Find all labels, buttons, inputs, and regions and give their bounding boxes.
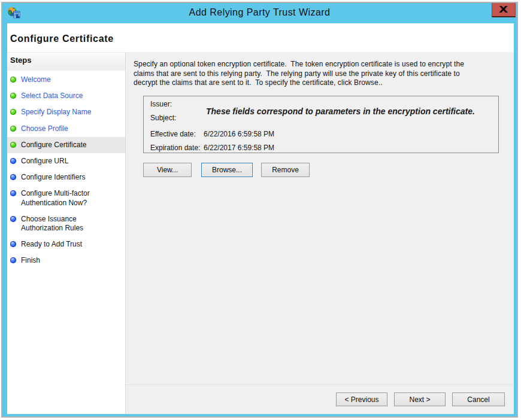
window-title: Add Relying Party Trust Wizard bbox=[2, 7, 517, 18]
step-choose-profile[interactable]: Choose Profile bbox=[7, 121, 125, 137]
step-welcome[interactable]: Welcome bbox=[7, 72, 125, 88]
step-pending-icon bbox=[10, 216, 16, 222]
annotation-text: These fields correspond to parameters in… bbox=[206, 106, 481, 116]
title-bar[interactable]: Add Relying Party Trust Wizard x bbox=[2, 3, 517, 23]
browse-button[interactable]: Browse... bbox=[201, 163, 253, 177]
step-pending-icon bbox=[10, 241, 16, 247]
page-header: Configure Certificate bbox=[7, 23, 514, 52]
footer-buttons: < Previous Next > Cancel bbox=[336, 392, 505, 406]
remove-button[interactable]: Remove bbox=[261, 163, 310, 177]
cert-field-expiration-date: Expiration date: 6/22/2017 6:59:58 PM bbox=[150, 144, 200, 152]
cert-field-subject: Subject: bbox=[150, 114, 176, 122]
close-icon: x bbox=[499, 3, 508, 14]
step-content: Specify an optional token encryption cer… bbox=[125, 52, 514, 414]
screenshot-root: Add Relying Party Trust Wizard x Configu… bbox=[0, 0, 521, 420]
close-button[interactable]: x bbox=[492, 3, 516, 17]
step-configure-certificate[interactable]: Configure Certificate bbox=[7, 137, 125, 153]
step-finish[interactable]: Finish bbox=[7, 252, 125, 269]
step-completed-icon bbox=[10, 77, 16, 83]
footer-divider bbox=[126, 385, 514, 386]
view-button[interactable]: View... bbox=[143, 163, 192, 177]
intro-text: Specify an optional token encryption cer… bbox=[134, 60, 464, 88]
previous-button[interactable]: < Previous bbox=[336, 392, 387, 406]
step-completed-icon bbox=[10, 126, 16, 132]
step-configure-multifactor[interactable]: Configure Multi-factor Authentication No… bbox=[7, 185, 125, 211]
step-completed-icon bbox=[10, 109, 16, 115]
step-configure-url[interactable]: Configure URL bbox=[7, 153, 125, 169]
step-ready-to-add-trust[interactable]: Ready to Add Trust bbox=[7, 236, 125, 252]
certificate-details-box: Issuer: Subject: Effective date: 6/22/20… bbox=[143, 96, 499, 153]
step-specify-display-name[interactable]: Specify Display Name bbox=[7, 104, 125, 120]
wizard-dialog: Add Relying Party Trust Wizard x Configu… bbox=[1, 2, 518, 418]
wizard-body: Steps Welcome Select Data Source Specify… bbox=[7, 52, 514, 414]
cert-field-issuer: Issuer: bbox=[150, 100, 172, 108]
cert-field-effective-date: Effective date: 6/22/2016 6:59:58 PM bbox=[150, 130, 196, 138]
cancel-button[interactable]: Cancel bbox=[452, 392, 505, 406]
step-pending-icon bbox=[10, 190, 16, 196]
step-pending-icon bbox=[10, 257, 16, 263]
step-pending-icon bbox=[10, 174, 16, 180]
step-configure-identifiers[interactable]: Configure Identifiers bbox=[7, 169, 125, 185]
steps-header: Steps bbox=[7, 52, 125, 71]
page-title: Configure Certificate bbox=[10, 34, 114, 44]
step-completed-icon bbox=[10, 93, 16, 99]
steps-sidebar: Steps Welcome Select Data Source Specify… bbox=[7, 52, 125, 414]
step-choose-issuance-rules[interactable]: Choose Issuance Authorization Rules bbox=[7, 211, 125, 236]
dialog-panel: Configure Certificate Steps Welcome Sele… bbox=[7, 23, 514, 414]
steps-title: Steps bbox=[10, 56, 31, 65]
step-current-icon bbox=[10, 142, 16, 148]
step-pending-icon bbox=[10, 158, 16, 164]
next-button[interactable]: Next > bbox=[394, 392, 446, 406]
steps-list: Welcome Select Data Source Specify Displ… bbox=[7, 72, 125, 269]
step-select-data-source[interactable]: Select Data Source bbox=[7, 88, 125, 104]
